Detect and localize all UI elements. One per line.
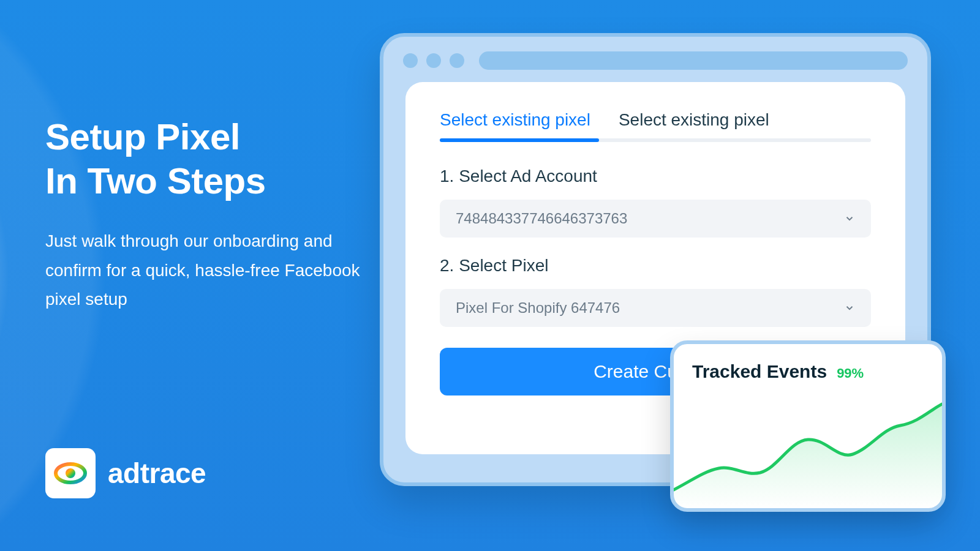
brand-logo-mark [45,448,96,498]
sparkline-chart [674,392,942,508]
tab-bar: Select existing pixel Select existing pi… [440,110,871,133]
window-controls [403,53,464,68]
traffic-dot [450,53,464,68]
tab-select-existing-pixel-active[interactable]: Select existing pixel [440,110,590,133]
tab-underline [440,138,871,142]
chevron-down-icon [844,302,855,313]
step-1-label: 1. Select Ad Account [440,167,871,186]
page-subtitle: Just walk through our onboarding and con… [45,227,364,314]
tracked-events-percent: 99% [837,365,864,381]
brand-logo: adtrace [45,448,206,498]
tracked-events-card: Tracked Events 99% [670,340,946,512]
step-2-label: 2. Select Pixel [440,256,871,276]
title-line-1: Setup Pixel [45,116,240,157]
page-title: Setup Pixel In Two Steps [45,115,266,203]
pixel-value: Pixel For Shopify 647476 [456,299,620,317]
promo-canvas: Setup Pixel In Two Steps Just walk throu… [0,0,980,551]
pixel-select[interactable]: Pixel For Shopify 647476 [440,289,871,327]
chevron-down-icon [844,213,855,224]
tracked-events-header: Tracked Events 99% [692,361,924,382]
address-bar[interactable] [479,51,908,70]
tab-select-existing-pixel[interactable]: Select existing pixel [619,110,769,133]
tab-indicator [440,138,599,142]
traffic-dot [426,53,441,68]
svg-point-1 [66,468,75,478]
ad-account-select[interactable]: 748484337746646373763 [440,200,871,238]
browser-titlebar [383,37,927,82]
title-line-2: In Two Steps [45,160,266,201]
ad-account-value: 748484337746646373763 [456,210,627,227]
brand-name: adtrace [108,457,206,490]
traffic-dot [403,53,418,68]
tracked-events-title: Tracked Events [692,361,827,382]
eye-icon [52,455,89,492]
